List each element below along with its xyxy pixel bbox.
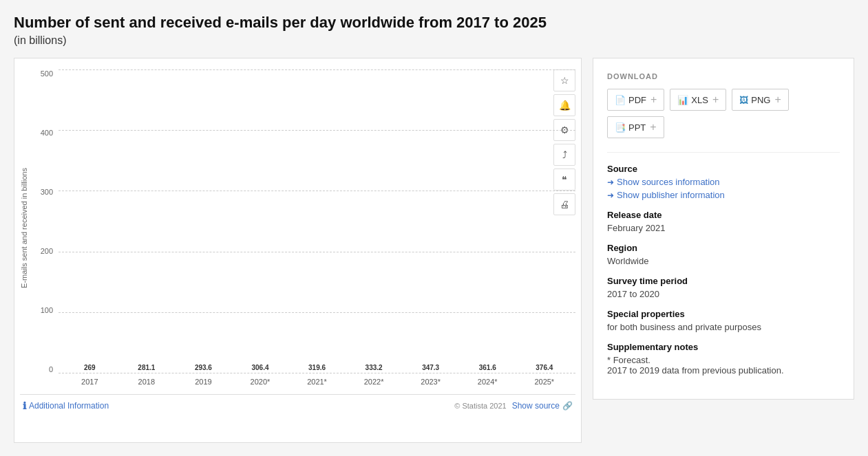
ppt-icon: 📑 xyxy=(615,122,626,133)
right-panel: DOWNLOAD 📄 PDF + 📊 XLS + 🖼 PNG + xyxy=(593,58,854,400)
show-source-link[interactable]: Show source 🔗 xyxy=(512,401,573,411)
xls-icon: 📊 xyxy=(677,95,688,105)
bars-wrapper: 269281.1293.6306.4319.6333.2347.3361.637… xyxy=(59,69,575,373)
xls-button[interactable]: 📊 XLS + xyxy=(670,89,726,111)
pdf-button[interactable]: 📄 PDF + xyxy=(607,89,664,111)
supplementary-notes-value: * Forecast. 2017 to 2019 data from previ… xyxy=(607,355,840,376)
bar-value-label: 269 xyxy=(84,364,96,371)
bar-group: 306.4 xyxy=(235,364,286,373)
page-subtitle: (in billions) xyxy=(14,34,854,47)
png-button[interactable]: 🖼 PNG + xyxy=(732,89,789,111)
bar-value-label: 361.6 xyxy=(479,364,496,371)
supplementary-notes-block: Supplementary notes * Forecast. 2017 to … xyxy=(607,342,840,376)
show-publisher-label: Show publisher information xyxy=(617,190,725,200)
x-axis-label: 2025* xyxy=(519,378,571,386)
special-properties-value: for both business and private purposes xyxy=(607,322,840,332)
chart-area: E-mails sent and received in billions 50… xyxy=(20,69,575,386)
x-axis-label: 2021* xyxy=(291,378,343,386)
bar-value-label: 306.4 xyxy=(251,364,268,371)
bar-value-label: 281.1 xyxy=(138,364,155,371)
bar-group: 376.4 xyxy=(519,364,571,373)
source-arrow-icon: 🔗 xyxy=(562,401,573,411)
x-axis-label: 2018 xyxy=(121,378,173,386)
download-section: DOWNLOAD 📄 PDF + 📊 XLS + 🖼 PNG + xyxy=(607,72,840,138)
info-icon: ℹ xyxy=(23,400,26,411)
png-label: PNG xyxy=(751,95,770,105)
info-section: Source ➜ Show sources information ➜ Show… xyxy=(607,152,840,376)
pdf-icon: 📄 xyxy=(615,95,626,105)
additional-info-link[interactable]: ℹ Additional Information xyxy=(23,400,109,411)
x-axis-label: 2020* xyxy=(235,378,286,386)
bars-and-axes: 500 400 300 200 100 0 xyxy=(31,69,575,373)
bar-value-label: 319.6 xyxy=(308,364,326,371)
x-axis-label: 2022* xyxy=(348,378,400,386)
bars-row: 269281.1293.6306.4319.6333.2347.3361.637… xyxy=(59,69,575,373)
source-block: Source ➜ Show sources information ➜ Show… xyxy=(607,164,840,200)
release-date-title: Release date xyxy=(607,210,840,220)
png-icon: 🖼 xyxy=(739,95,748,105)
bar-group: 347.3 xyxy=(405,364,456,373)
chart-container: ☆ 🔔 ⚙ ⤴ ❝ 🖨 E-mails sent and received in… xyxy=(14,58,582,443)
bar-group: 269 xyxy=(64,364,116,373)
special-properties-title: Special properties xyxy=(607,309,840,319)
footer-right: © Statista 2021 Show source 🔗 xyxy=(454,401,573,411)
bar-group: 281.1 xyxy=(121,364,173,373)
ppt-label: PPT xyxy=(628,122,646,133)
region-title: Region xyxy=(607,243,840,253)
copyright-text: © Statista 2021 xyxy=(454,402,506,410)
download-buttons: 📄 PDF + 📊 XLS + 🖼 PNG + 📑 PPT + xyxy=(607,89,840,138)
x-axis-label: 2019 xyxy=(178,378,229,386)
pdf-label: PDF xyxy=(628,95,646,105)
bar-group: 319.6 xyxy=(291,364,343,373)
bar-value-label: 293.6 xyxy=(195,364,212,371)
show-source-label: Show source xyxy=(512,401,560,411)
survey-period-value: 2017 to 2020 xyxy=(607,289,840,299)
bar-group: 293.6 xyxy=(178,364,229,373)
bar-group: 361.6 xyxy=(462,364,514,373)
bar-value-label: 333.2 xyxy=(366,364,383,371)
release-date-block: Release date February 2021 xyxy=(607,210,840,233)
special-properties-block: Special properties for both business and… xyxy=(607,309,840,332)
png-plus-icon: + xyxy=(774,94,781,106)
region-block: Region Worldwide xyxy=(607,243,840,266)
x-axis-label: 2023* xyxy=(405,378,456,386)
x-axis: 2017201820192020*2021*2022*2023*2024*202… xyxy=(59,373,575,386)
xls-plus-icon: + xyxy=(712,94,719,106)
pdf-plus-icon: + xyxy=(650,94,657,106)
ppt-plus-icon: + xyxy=(650,121,656,133)
chart-inner: 500 400 300 200 100 0 xyxy=(31,69,575,386)
release-date-value: February 2021 xyxy=(607,223,840,233)
ppt-button[interactable]: 📑 PPT + xyxy=(607,116,664,138)
show-publisher-link[interactable]: ➜ Show publisher information xyxy=(607,190,840,200)
source-title: Source xyxy=(607,164,840,174)
x-axis-label: 2024* xyxy=(462,378,514,386)
bar-value-label: 347.3 xyxy=(422,364,439,371)
survey-period-block: Survey time period 2017 to 2020 xyxy=(607,276,840,299)
bar-value-label: 376.4 xyxy=(536,364,553,371)
supplementary-notes-title: Supplementary notes xyxy=(607,342,840,352)
page-title: Number of sent and received e-mails per … xyxy=(14,14,854,32)
arrow-icon-2: ➜ xyxy=(607,191,614,200)
chart-footer: ℹ Additional Information © Statista 2021… xyxy=(20,394,575,411)
region-value: Worldwide xyxy=(607,256,840,266)
survey-period-title: Survey time period xyxy=(607,276,840,286)
main-layout: ☆ 🔔 ⚙ ⤴ ❝ 🖨 E-mails sent and received in… xyxy=(14,58,854,443)
source-links: ➜ Show sources information ➜ Show publis… xyxy=(607,177,840,200)
arrow-icon: ➜ xyxy=(607,177,614,187)
additional-info-label: Additional Information xyxy=(29,401,109,411)
bar-group: 333.2 xyxy=(348,364,400,373)
y-axis: 500 400 300 200 100 0 xyxy=(31,69,59,373)
xls-label: XLS xyxy=(691,95,708,105)
x-axis-label: 2017 xyxy=(64,378,116,386)
download-label: DOWNLOAD xyxy=(607,72,840,80)
show-sources-link[interactable]: ➜ Show sources information xyxy=(607,177,840,187)
show-sources-label: Show sources information xyxy=(617,177,720,187)
y-axis-label: E-mails sent and received in billions xyxy=(20,168,28,288)
